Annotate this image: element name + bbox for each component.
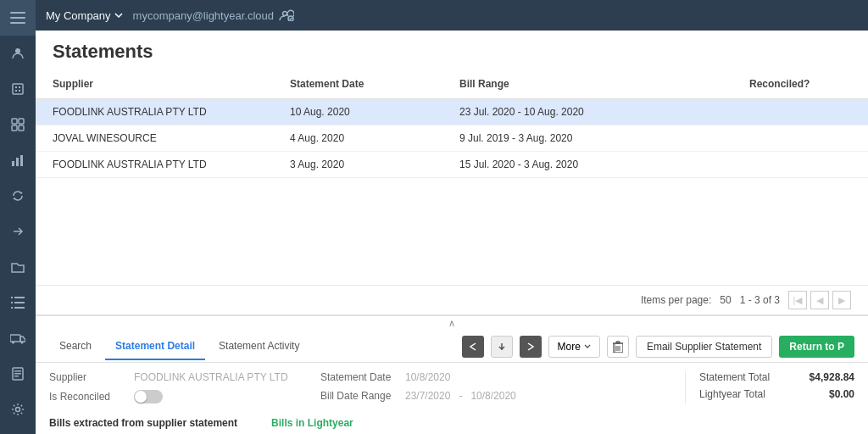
svg-rect-27 — [14, 373, 21, 375]
statement-total-row: Statement Total $4,928.84 — [699, 371, 854, 383]
menu-icon[interactable] — [0, 0, 36, 36]
bill-date-from: 23/7/2020 — [405, 390, 450, 402]
svg-rect-13 — [12, 161, 14, 166]
svg-rect-4 — [13, 84, 23, 94]
svg-point-24 — [21, 342, 24, 344]
svg-rect-17 — [14, 297, 25, 298]
prev-record-button[interactable] — [462, 336, 484, 358]
receipt-icon[interactable] — [0, 356, 36, 392]
col-date: Statement Date — [290, 75, 459, 93]
page-title-bar: Statements — [36, 31, 868, 70]
svg-rect-15 — [20, 155, 23, 166]
next-record-button[interactable] — [520, 336, 542, 358]
cell-range: 15 Jul. 2020 - 3 Aug. 2020 — [459, 152, 749, 177]
svg-rect-20 — [11, 307, 13, 309]
delete-button[interactable] — [607, 336, 629, 358]
contacts-icon[interactable] — [0, 36, 36, 71]
truck-icon[interactable] — [0, 320, 36, 356]
statement-date-value: 10/8/2020 — [405, 371, 450, 383]
first-page-button[interactable]: |◀ — [788, 291, 807, 309]
list-icon[interactable] — [0, 285, 36, 320]
cell-reconciled — [749, 125, 851, 151]
tab-search[interactable]: Search — [49, 333, 102, 360]
svg-rect-10 — [19, 119, 24, 124]
tabs-bar: Search Statement Detail Statement Activi… — [36, 331, 868, 363]
tabs-actions: More Email Supplier Statem — [462, 336, 854, 358]
svg-rect-18 — [11, 302, 13, 303]
arrow-right-icon[interactable] — [0, 214, 36, 249]
bill-date-range-label: Bill Date Range — [320, 390, 397, 402]
statement-date-field-row: Statement Date 10/8/2020 — [320, 371, 668, 383]
prev-page-button[interactable]: ◀ — [810, 291, 829, 309]
cell-date: 10 Aug. 2020 — [290, 99, 459, 125]
svg-rect-8 — [19, 90, 20, 92]
sync-icon[interactable] — [0, 178, 36, 214]
bills-section: Bills extracted from supplier statement … — [36, 412, 868, 434]
next-page-button[interactable]: ▶ — [832, 291, 851, 309]
statement-total-value: $4,928.84 — [810, 371, 854, 383]
cell-date: 4 Aug. 2020 — [290, 125, 459, 151]
col-range: Bill Range — [459, 75, 749, 93]
svg-rect-33 — [616, 342, 620, 343]
company-selector[interactable]: My Company — [46, 9, 123, 22]
account-email: mycompany@lightyear.cloud — [133, 9, 294, 22]
bills-in-lightyear-label: Bills in Lightyear — [271, 417, 353, 429]
svg-rect-9 — [12, 119, 17, 124]
page-area: Statements Supplier Statement Date Bill … — [36, 31, 868, 434]
is-reconciled-toggle[interactable] — [134, 390, 163, 403]
cell-range: 9 Jul. 2019 - 3 Aug. 2020 — [459, 125, 749, 151]
svg-rect-6 — [19, 86, 20, 88]
col-supplier: Supplier — [53, 75, 290, 93]
settings-icon[interactable] — [0, 392, 36, 427]
svg-point-3 — [15, 48, 20, 53]
company-name: My Company — [46, 9, 111, 22]
supplier-label: Supplier — [49, 371, 125, 383]
col-reconciled: Reconciled? — [749, 75, 851, 93]
lightyear-total-row: Lightyear Total $0.00 — [699, 388, 854, 400]
tab-statement-activity[interactable]: Statement Activity — [209, 333, 309, 360]
lightyear-total-value: $0.00 — [829, 388, 854, 400]
bottom-panel: ∧ Search Statement Detail Statement Acti… — [36, 314, 868, 434]
toggle-knob — [135, 391, 147, 403]
chart-icon[interactable] — [0, 142, 36, 178]
statements-table: Supplier Statement Date Bill Range Recon… — [36, 70, 868, 314]
table-body: FOODLINK AUSTRALIA PTY LTD 10 Aug. 2020 … — [36, 99, 868, 285]
statement-total-label: Statement Total — [699, 371, 770, 383]
reconciled-field-row: Is Reconciled — [49, 390, 303, 403]
svg-rect-14 — [16, 158, 19, 166]
cell-reconciled — [749, 99, 851, 125]
is-reconciled-label: Is Reconciled — [49, 391, 125, 403]
return-to-p-button[interactable]: Return to P — [779, 336, 854, 358]
table-row[interactable]: FOODLINK AUSTRALIA PTY LTD 10 Aug. 2020 … — [36, 99, 868, 125]
more-dropdown-button[interactable]: More — [548, 336, 600, 358]
tab-statement-detail[interactable]: Statement Detail — [105, 333, 205, 360]
svg-rect-5 — [15, 86, 17, 88]
table-row[interactable]: JOVAL WINESOURCE 4 Aug. 2020 9 Jul. 2019… — [36, 125, 868, 152]
topbar: My Company mycompany@lightyear.cloud — [36, 0, 868, 31]
svg-rect-12 — [19, 125, 24, 131]
expand-panel-button[interactable] — [491, 336, 513, 358]
supplier-field-row: Supplier FOODLINK AUSTRALIA PTY LTD — [49, 371, 303, 383]
svg-rect-26 — [14, 370, 21, 372]
pagination-nav: |◀ ◀ ▶ — [788, 291, 851, 309]
cell-range: 23 Jul. 2020 - 10 Aug. 2020 — [459, 99, 749, 125]
svg-rect-28 — [14, 376, 19, 377]
email-text: mycompany@lightyear.cloud — [133, 9, 274, 22]
svg-point-30 — [282, 12, 287, 16]
bills-extracted-label: Bills extracted from supplier statement — [49, 417, 237, 429]
grid-icon[interactable] — [0, 107, 36, 142]
cell-date: 3 Aug. 2020 — [290, 152, 459, 177]
bills-icon[interactable] — [0, 71, 36, 107]
table-row[interactable]: FOODLINK AUSTRALIA PTY LTD 3 Aug. 2020 1… — [36, 152, 868, 178]
svg-rect-0 — [10, 12, 25, 14]
email-supplier-statement-button[interactable]: Email Supplier Statement — [636, 336, 772, 358]
collapse-arrow[interactable]: ∧ — [36, 316, 868, 331]
form-right: Statement Total $4,928.84 Lightyear Tota… — [685, 371, 854, 403]
sidebar — [0, 0, 36, 434]
table-header: Supplier Statement Date Bill Range Recon… — [36, 70, 868, 99]
svg-point-23 — [12, 342, 14, 344]
bill-date-to: 10/8/2020 — [470, 390, 515, 402]
svg-rect-11 — [12, 125, 17, 131]
items-per-page-value: 50 — [720, 294, 731, 306]
folder-icon[interactable] — [0, 249, 36, 285]
